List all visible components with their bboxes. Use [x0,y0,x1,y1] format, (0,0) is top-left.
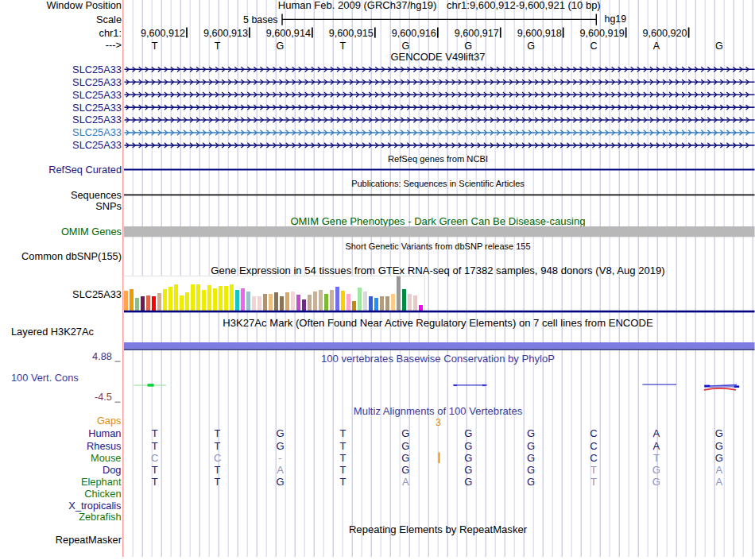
svg-text:Dog: Dog [103,464,121,476]
svg-text:Elephant: Elephant [81,476,122,488]
svg-text:9,600,917: 9,600,917 [455,28,499,39]
svg-text:A: A [653,440,660,452]
svg-text:4.88: 4.88 [92,350,112,362]
svg-text:G: G [277,41,285,52]
svg-text:OMIM Gene Phenotypes - Dark Gr: OMIM Gene Phenotypes - Dark Green Can Be… [290,215,585,227]
svg-text:G: G [652,464,660,476]
svg-text:C: C [590,427,597,439]
svg-text:GENCODE V49lift37: GENCODE V49lift37 [391,51,486,63]
svg-text:Repeating Elements by RepeatMa: Repeating Elements by RepeatMasker [349,523,528,535]
svg-text:G: G [715,427,723,439]
svg-text:Chicken: Chicken [84,488,121,500]
svg-text:RefSeq genes from NCBI: RefSeq genes from NCBI [388,154,488,164]
svg-text:SNPs: SNPs [95,200,122,212]
svg-text:9,600,913: 9,600,913 [203,28,248,39]
svg-text:G: G [715,440,723,452]
svg-text:G: G [401,464,409,476]
svg-text:T: T [339,464,346,476]
svg-text:100 vertebrates Basewise Conse: 100 vertebrates Basewise Conservation by… [321,353,555,365]
svg-text:9,600,914: 9,600,914 [266,28,311,39]
svg-text:T: T [339,476,346,488]
svg-text:Short Genetic Variants from db: Short Genetic Variants from dbSNP releas… [345,241,530,251]
svg-text:RepeatMasker: RepeatMasker [56,534,122,546]
svg-text:C: C [151,452,158,464]
svg-text:SLC25A33: SLC25A33 [72,126,122,138]
svg-text:-: - [278,452,281,464]
svg-text:G: G [527,440,535,452]
svg-text:G: G [652,476,660,488]
svg-text:Gaps: Gaps [97,415,122,427]
svg-text:G: G [464,440,472,452]
svg-text:G: G [527,476,535,488]
svg-text:H3K27Ac Mark (Often Found Near: H3K27Ac Mark (Often Found Near Active Re… [223,317,653,329]
svg-text:9,600,912: 9,600,912 [141,28,185,39]
svg-text:G: G [527,427,535,439]
svg-text:G: G [715,452,723,464]
svg-text:Human: Human [88,427,121,439]
svg-text:G: G [401,427,409,439]
svg-text:G: G [464,476,472,488]
svg-text:G: G [401,440,409,452]
svg-text:C: C [590,440,597,452]
svg-text:Sequences: Sequences [71,189,122,201]
svg-text:Rhesus: Rhesus [87,440,121,452]
svg-text:Zebrafish: Zebrafish [79,511,121,523]
svg-text:Window Position: Window Position [46,0,122,11]
svg-text:9,600,919: 9,600,919 [580,28,625,39]
svg-text:T: T [215,464,221,476]
svg-text:T: T [152,440,158,452]
svg-text:SLC25A33: SLC25A33 [72,102,122,114]
svg-text:SLC25A33: SLC25A33 [72,114,122,126]
svg-text:T: T [152,476,158,488]
svg-text:T: T [339,427,346,439]
svg-text:T: T [340,41,347,52]
svg-text:Publications: Sequences in Sci: Publications: Sequences in Scientific Ar… [351,179,525,188]
svg-text:A: A [277,464,284,476]
svg-text:chr1:: chr1: [99,27,122,39]
svg-text:5 bases: 5 bases [243,14,277,25]
svg-text:hg19: hg19 [605,14,627,25]
svg-text:T: T [152,41,158,52]
svg-text:9,600,916: 9,600,916 [392,28,436,39]
svg-text:Gene Expression in 54 tissues: Gene Expression in 54 tissues from GTEx … [211,265,664,276]
svg-text:T: T [215,427,221,439]
svg-text:SLC25A33: SLC25A33 [72,89,122,101]
svg-text:G: G [527,41,535,52]
svg-text:RefSeq Curated: RefSeq Curated [48,164,122,176]
svg-text:Scale: Scale [96,14,122,25]
svg-text:9,600,920: 9,600,920 [643,28,687,39]
svg-text:3: 3 [436,417,441,428]
svg-text:G: G [464,427,472,439]
svg-text:SLC25A33: SLC25A33 [72,288,122,300]
svg-text:chr1:9,600,912-9,600,921 (10 b: chr1:9,600,912-9,600,921 (10 bp) [447,0,601,11]
svg-text:SLC25A33: SLC25A33 [72,64,122,75]
svg-text:G: G [715,41,723,52]
svg-text:A: A [653,427,660,439]
svg-text:T: T [653,452,660,464]
svg-text:T: T [215,476,221,488]
svg-text:G: G [401,452,409,464]
svg-text:9,600,918: 9,600,918 [517,28,562,39]
svg-text:-4.5: -4.5 [95,391,112,403]
svg-text:T: T [215,41,221,52]
svg-text:SLC25A33: SLC25A33 [72,76,122,88]
svg-text:C: C [590,452,597,464]
svg-text:Human Feb. 2009 (GRCh37/hg19): Human Feb. 2009 (GRCh37/hg19) [278,0,436,11]
svg-text:G: G [527,452,535,464]
svg-text:Multiz Alignments of 100 Verte: Multiz Alignments of 100 Vertebrates [354,405,523,417]
svg-text:C: C [590,41,597,52]
svg-text:T: T [590,464,597,476]
svg-text:--->: ---> [106,39,122,51]
svg-text:X_tropicalis: X_tropicalis [68,500,121,512]
svg-text:9,600,915: 9,600,915 [329,28,374,39]
svg-text:100 Vert. Cons: 100 Vert. Cons [11,372,79,384]
svg-text:SLC25A33: SLC25A33 [72,139,122,151]
svg-text:C: C [214,452,221,464]
svg-text:OMIM Genes: OMIM Genes [61,226,122,238]
svg-text:A: A [402,476,409,488]
svg-text:G: G [276,427,284,439]
svg-text:G: G [464,452,472,464]
svg-text:A: A [715,476,722,488]
svg-text:Common dbSNP(155): Common dbSNP(155) [21,250,122,262]
svg-text:G: G [464,464,472,476]
